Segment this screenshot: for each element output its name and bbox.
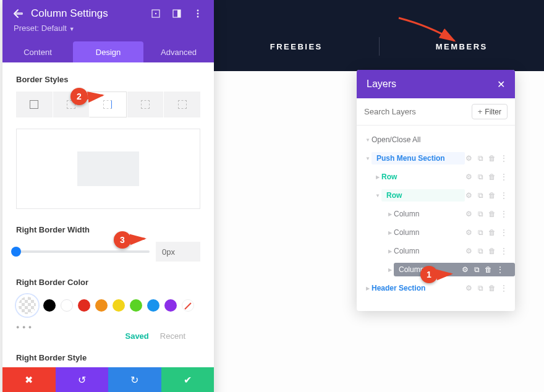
trash-icon[interactable]: 🗑 <box>488 173 496 181</box>
close-icon[interactable]: ✕ <box>497 79 505 90</box>
more-colors-icon[interactable]: ● ● ● <box>16 324 200 330</box>
caret-icon[interactable]: ▶ <box>386 267 394 273</box>
gear-icon[interactable]: ⚙ <box>461 265 469 274</box>
kebab-icon[interactable]: ⋮ <box>500 284 508 292</box>
cancel-button[interactable]: ✖ <box>2 367 56 392</box>
swatch-black[interactable] <box>43 299 56 312</box>
label-border-styles: Border Styles <box>16 75 200 84</box>
caret-icon[interactable]: ▶ <box>386 211 394 217</box>
border-right-button[interactable] <box>89 92 127 117</box>
color-swatches <box>16 294 200 317</box>
undo-button[interactable]: ↺ <box>56 367 109 392</box>
caret-icon[interactable]: ▶ <box>364 286 372 291</box>
duplicate-icon[interactable]: ⧉ <box>477 247 484 255</box>
recent-colors-tab[interactable]: Recent <box>160 331 185 341</box>
caret-icon[interactable]: ▶ <box>386 249 394 254</box>
gear-icon[interactable]: ⚙ <box>465 284 472 292</box>
panel-title: Column Settings <box>31 7 108 20</box>
caret-icon[interactable]: ▶ <box>386 230 394 236</box>
duplicate-icon[interactable]: ⧉ <box>477 154 484 163</box>
tab-design[interactable]: Design <box>73 41 143 62</box>
swatch-yellow[interactable] <box>113 299 125 312</box>
gear-icon[interactable]: ⚙ <box>465 173 472 181</box>
swatch-orange[interactable] <box>95 299 108 312</box>
border-bottom-button[interactable] <box>127 92 164 117</box>
swatch-none[interactable] <box>182 299 194 312</box>
duplicate-icon[interactable]: ⧉ <box>477 173 484 181</box>
label-right-border-color: Right Border Color <box>16 278 200 287</box>
swatch-transparent[interactable] <box>16 294 38 317</box>
swatch-blue[interactable] <box>147 299 159 312</box>
panel-footer: ✖ ↺ ↻ ✔ <box>2 367 214 392</box>
open-close-all[interactable]: Open/Close All <box>372 135 515 144</box>
caret-icon[interactable]: ▼ <box>364 137 372 143</box>
search-layers-input[interactable] <box>364 107 472 116</box>
border-top-button[interactable] <box>53 92 90 117</box>
kebab-icon[interactable]: ⋮ <box>500 228 508 237</box>
border-side-picker <box>16 92 200 117</box>
tab-content[interactable]: Content <box>2 41 73 62</box>
duplicate-icon[interactable]: ⧉ <box>473 265 480 274</box>
layer-push-menu-section[interactable]: Push Menu Section <box>372 152 465 164</box>
layer-row[interactable]: Row <box>381 173 465 181</box>
caret-icon[interactable]: ▼ <box>364 156 372 161</box>
trash-icon[interactable]: 🗑 <box>488 210 496 218</box>
gear-icon[interactable]: ⚙ <box>465 228 472 237</box>
confirm-button[interactable]: ✔ <box>161 367 215 392</box>
column-settings-panel: Column Settings Preset: Default ▼ Conten… <box>2 0 214 392</box>
duplicate-icon[interactable]: ⧉ <box>477 210 484 218</box>
preset-selector[interactable]: Preset: Default ▼ <box>14 23 203 33</box>
trash-icon[interactable]: 🗑 <box>488 284 496 292</box>
label-right-border-width: Right Border Width <box>16 225 200 234</box>
trash-icon[interactable]: 🗑 <box>485 265 492 274</box>
trash-icon[interactable]: 🗑 <box>488 191 496 200</box>
kebab-icon[interactable]: ⋮ <box>500 210 508 218</box>
kebab-icon[interactable]: ⋮ <box>500 191 508 200</box>
border-width-value[interactable]: 0px <box>156 242 200 262</box>
kebab-icon[interactable]: ⋮ <box>500 154 508 163</box>
layer-header-section[interactable]: Header Section <box>372 284 465 292</box>
redo-button[interactable]: ↻ <box>108 367 161 392</box>
dock-icon[interactable] <box>172 9 182 19</box>
trash-icon[interactable]: 🗑 <box>488 228 496 237</box>
layer-column[interactable]: Column <box>394 247 465 255</box>
kebab-icon[interactable] <box>193 9 203 19</box>
border-left-button[interactable] <box>163 92 200 117</box>
duplicate-icon[interactable]: ⧉ <box>477 284 484 292</box>
svg-point-5 <box>197 13 199 15</box>
nav-item-members[interactable]: MEMBERS <box>380 42 545 51</box>
kebab-icon[interactable]: ⋮ <box>500 173 508 181</box>
gear-icon[interactable]: ⚙ <box>465 154 472 163</box>
swatch-red[interactable] <box>78 299 90 312</box>
duplicate-icon[interactable]: ⧉ <box>477 191 484 200</box>
caret-icon[interactable]: ▶ <box>374 174 381 180</box>
caret-icon[interactable]: ▼ <box>374 193 381 198</box>
preview-inner-box <box>77 151 139 186</box>
kebab-icon[interactable]: ⋮ <box>500 247 508 255</box>
swatch-white[interactable] <box>61 299 73 312</box>
expand-icon[interactable] <box>151 9 161 19</box>
trash-icon[interactable]: 🗑 <box>488 154 496 163</box>
saved-colors-tab[interactable]: Saved <box>125 331 148 341</box>
kebab-icon[interactable]: ⋮ <box>496 265 504 274</box>
layer-column[interactable]: Column <box>394 228 465 237</box>
slider-thumb[interactable] <box>11 247 21 257</box>
duplicate-icon[interactable]: ⧉ <box>477 228 484 237</box>
tab-advanced[interactable]: Advanced <box>143 41 214 62</box>
nav-item-freebies[interactable]: FREEBIES <box>214 42 379 51</box>
gear-icon[interactable]: ⚙ <box>465 210 472 218</box>
swatch-green[interactable] <box>130 299 142 312</box>
layer-column[interactable]: Column <box>394 210 465 218</box>
gear-icon[interactable]: ⚙ <box>465 191 472 200</box>
gear-icon[interactable]: ⚙ <box>465 247 472 255</box>
filter-button[interactable]: +Filter <box>472 104 508 119</box>
layer-column-selected[interactable]: Column <box>399 265 461 274</box>
site-top-nav: FREEBIES MEMBERS <box>214 0 544 71</box>
border-all-button[interactable] <box>16 92 53 117</box>
swatch-purple[interactable] <box>164 299 177 312</box>
back-icon[interactable] <box>14 9 23 19</box>
svg-point-6 <box>197 16 199 18</box>
layer-row[interactable]: Row <box>381 189 465 202</box>
trash-icon[interactable]: 🗑 <box>488 247 496 255</box>
border-width-slider[interactable] <box>16 250 150 253</box>
